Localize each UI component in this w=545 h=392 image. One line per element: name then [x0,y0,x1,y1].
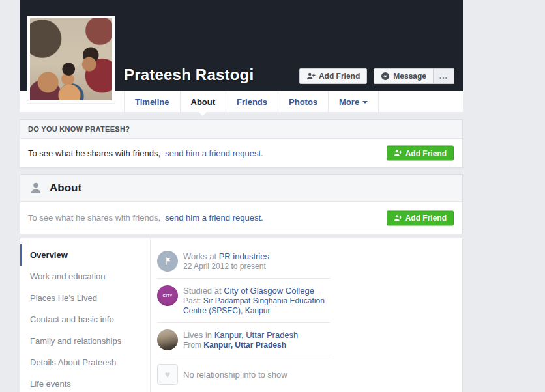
sidebar-item-label: Family and relationships [30,336,121,346]
heart-glyph: ♥ [165,369,170,380]
page-title: Prateesh Rastogi [124,66,254,84]
person-plus-icon [394,149,402,158]
profile-photo[interactable] [27,16,115,103]
from-link[interactable]: Kanpur, Uttar Pradesh [203,341,286,350]
tab-photos-label: Photos [289,97,317,107]
tab-friends[interactable]: Friends [226,91,278,112]
sidebar-item-label: Contact and basic info [30,315,114,324]
education-info-row: CITY Studied at City of Glasgow College … [157,279,330,323]
lives-info-text: Lives in Kanpur, Uttar Pradesh From Kanp… [183,329,298,350]
messenger-icon [381,72,390,81]
person-silhouette-icon [29,182,42,195]
sidebar-item-details-about[interactable]: Details About Prateesh [20,352,150,373]
person-plus-icon [306,72,316,81]
sidebar-item-label: Places He's Lived [30,293,97,303]
cover-actions: Add Friend Message ... [299,68,454,84]
add-friend-green-label: Add Friend [405,148,447,158]
about-nav-sidebar: Overview Work and education Places He's … [20,238,151,392]
person-plus-icon [394,214,402,222]
more-options-button[interactable]: ... [433,68,454,84]
sidebar-item-life-events[interactable]: Life events [20,373,150,392]
share-info-static: To see what he shares with friends, [28,213,160,223]
profile-page: Prateesh Rastogi Add Friend Message ... … [20,0,463,392]
tab-friends-label: Friends [237,97,267,107]
add-friend-button-green[interactable]: Add Friend [387,210,454,225]
message-label: Message [393,72,426,81]
from-prefix: From [183,341,203,350]
share-info-static: To see what he shares with friends, [28,148,160,158]
flag-icon [157,251,178,272]
education-logo-text: CITY [163,294,173,298]
sidebar-item-label: Details About Prateesh [30,357,116,367]
sidebar-item-label: Life events [30,379,71,389]
tab-more[interactable]: More [328,91,379,112]
tab-about-label: About [191,97,216,107]
sidebar-item-places-lived[interactable]: Places He's Lived [20,287,150,309]
work-info-text: Works at PR industries 22 April 2012 to … [183,251,269,272]
city-of-glasgow-logo: CITY [157,285,178,306]
education-past-link[interactable]: Sir Padampat Singhania Education Centre … [183,296,325,315]
friend-request-link[interactable]: send him a friend request. [165,148,263,158]
relationship-info-row: ♥ No relationship info to show [157,357,330,391]
about-section-body: To see what he shares with friends, send… [20,202,462,234]
lives-link[interactable]: Kanpur, Uttar Pradesh [214,330,299,340]
lives-prefix: Lives in [183,330,214,340]
work-link[interactable]: PR industries [219,251,269,261]
add-friend-button-green[interactable]: Add Friend [387,146,454,161]
do-you-know-body: To see what he shares with friends, send… [20,139,462,167]
work-info-row: Works at PR industries 22 April 2012 to … [157,244,330,279]
education-info-text: Studied at City of Glasgow College Past:… [183,285,330,316]
relationship-status-text: No relationship info to show [183,370,287,380]
ellipsis-icon: ... [439,72,448,81]
tab-about[interactable]: About [180,91,226,112]
share-info-text: To see what he shares with friends, send… [28,213,263,223]
overview-content: Works at PR industries 22 April 2012 to … [151,238,462,392]
city-photo-icon [157,329,178,350]
share-info-text: To see what he shares with friends, send… [28,148,263,158]
education-link[interactable]: City of Glasgow College [224,286,314,296]
sidebar-item-label: Overview [30,250,68,260]
add-friend-green-label: Add Friend [405,214,447,223]
education-past-prefix: Past: [183,296,203,305]
tab-more-label: More [339,97,359,107]
tab-timeline-label: Timeline [135,97,169,107]
heart-icon: ♥ [157,364,178,385]
lives-info-row: Lives in Kanpur, Uttar Pradesh From Kanp… [157,323,330,357]
add-friend-button[interactable]: Add Friend [299,68,367,84]
education-prefix: Studied at [183,286,224,296]
about-section-header: About [20,175,462,202]
tab-photos[interactable]: Photos [278,91,328,112]
tab-timeline[interactable]: Timeline [124,91,180,112]
do-you-know-header: DO YOU KNOW PRATEESH? [20,120,462,139]
sidebar-item-family-relationships[interactable]: Family and relationships [20,330,150,352]
sidebar-item-contact-basic-info[interactable]: Contact and basic info [20,309,150,330]
sidebar-item-overview[interactable]: Overview [20,244,150,266]
friend-request-link[interactable]: send him a friend request. [165,213,263,223]
about-section: About To see what he shares with friends… [20,174,463,234]
chevron-down-icon [362,101,368,104]
do-you-know-section: DO YOU KNOW PRATEESH? To see what he sha… [20,119,463,168]
sidebar-item-label: Work and education [30,272,105,281]
work-dates: 22 April 2012 to present [183,262,269,272]
about-section-title: About [50,182,81,195]
about-content-box: Overview Work and education Places He's … [20,238,463,392]
add-friend-label: Add Friend [319,72,360,81]
sidebar-item-work-education[interactable]: Work and education [20,266,150,287]
work-prefix: Works at [183,251,219,261]
profile-photo-image [30,18,112,100]
message-button[interactable]: Message [374,68,434,84]
